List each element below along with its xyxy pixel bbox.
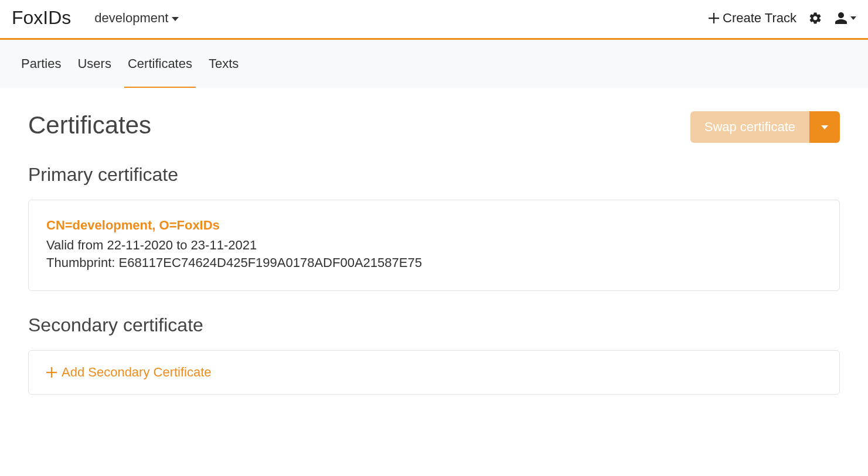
tab-certificates[interactable]: Certificates: [128, 40, 192, 88]
add-secondary-certificate-button[interactable]: Add Secondary Certificate: [46, 365, 822, 380]
caret-down-icon: [850, 16, 856, 20]
swap-certificate-button[interactable]: Swap certificate: [690, 111, 809, 143]
track-dropdown[interactable]: development: [94, 11, 179, 26]
caret-down-icon: [172, 17, 179, 21]
content: Certificates Swap certificate Primary ce…: [0, 88, 868, 418]
tab-texts[interactable]: Texts: [209, 40, 239, 88]
tab-users[interactable]: Users: [77, 40, 111, 88]
primary-certificate-card[interactable]: CN=development, O=FoxIDs Valid from 22-1…: [28, 200, 840, 291]
swap-certificate-dropdown-toggle[interactable]: [809, 111, 840, 143]
user-menu[interactable]: [834, 11, 856, 25]
navbar-left: FoxIDs development: [12, 7, 179, 29]
navbar: FoxIDs development Create Track: [0, 0, 868, 38]
tab-parties[interactable]: Parties: [21, 40, 61, 88]
swap-certificate-group: Swap certificate: [690, 111, 840, 143]
certificate-subject: CN=development, O=FoxIDs: [46, 218, 822, 233]
page-header: Certificates Swap certificate: [28, 111, 840, 143]
user-icon: [834, 11, 848, 25]
certificate-thumbprint: Thumbprint: E68117EC74624D425F199A0178AD…: [46, 255, 822, 270]
caret-down-icon: [821, 125, 828, 129]
primary-heading: Primary certificate: [28, 164, 840, 186]
create-track-label: Create Track: [723, 11, 796, 26]
sub-nav: Parties Users Certificates Texts: [0, 40, 868, 88]
secondary-certificate-card: Add Secondary Certificate: [28, 350, 840, 395]
navbar-right: Create Track: [709, 11, 856, 26]
secondary-heading: Secondary certificate: [28, 314, 840, 336]
plus-icon: [709, 13, 719, 23]
gear-icon: [808, 11, 822, 25]
track-name: development: [94, 11, 168, 26]
brand-logo[interactable]: FoxIDs: [12, 7, 71, 29]
add-secondary-label: Add Secondary Certificate: [62, 365, 212, 380]
plus-icon: [46, 367, 57, 378]
create-track-button[interactable]: Create Track: [709, 11, 796, 26]
certificate-validity: Valid from 22-11-2020 to 23-11-2021: [46, 238, 822, 253]
page-title: Certificates: [28, 111, 151, 139]
settings-button[interactable]: [808, 11, 822, 25]
